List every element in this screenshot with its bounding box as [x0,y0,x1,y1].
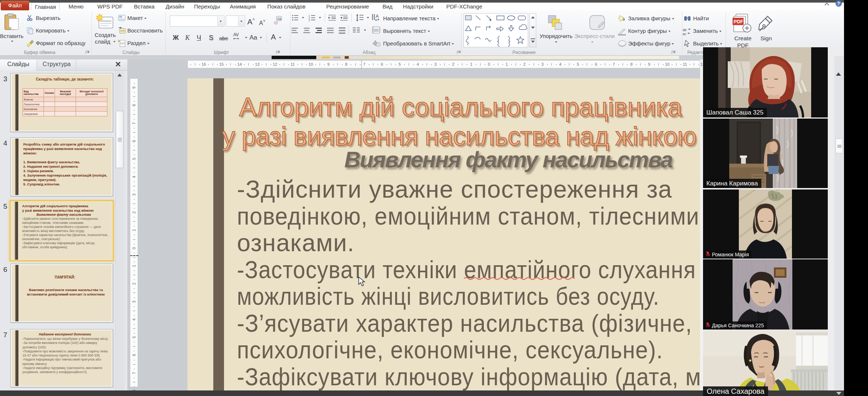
svg-text:А: А [376,14,379,19]
svg-text:Аа: Аа [277,17,281,21]
svg-text:PDF: PDF [734,19,743,24]
svg-text:ac: ac [683,32,686,35]
svg-text:ab: ab [683,28,686,32]
svg-text:3: 3 [309,19,310,21]
